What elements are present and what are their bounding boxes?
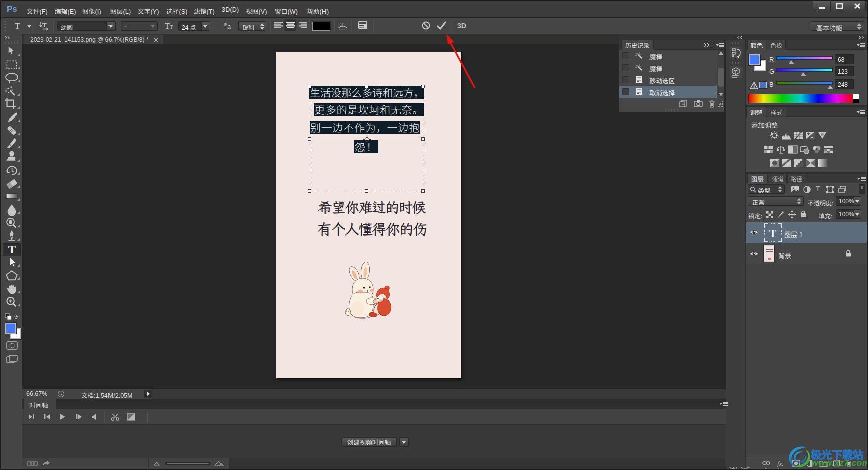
svg-text:a: a xyxy=(227,23,231,30)
svg-text:T: T xyxy=(8,243,16,256)
svg-text:T: T xyxy=(42,21,47,29)
svg-text:T: T xyxy=(769,227,776,240)
svg-text:T: T xyxy=(15,21,20,31)
svg-text:T: T xyxy=(170,24,173,30)
svg-text:T: T xyxy=(165,22,170,30)
svg-text:a: a xyxy=(224,21,227,27)
svg-text:T: T xyxy=(340,21,344,28)
